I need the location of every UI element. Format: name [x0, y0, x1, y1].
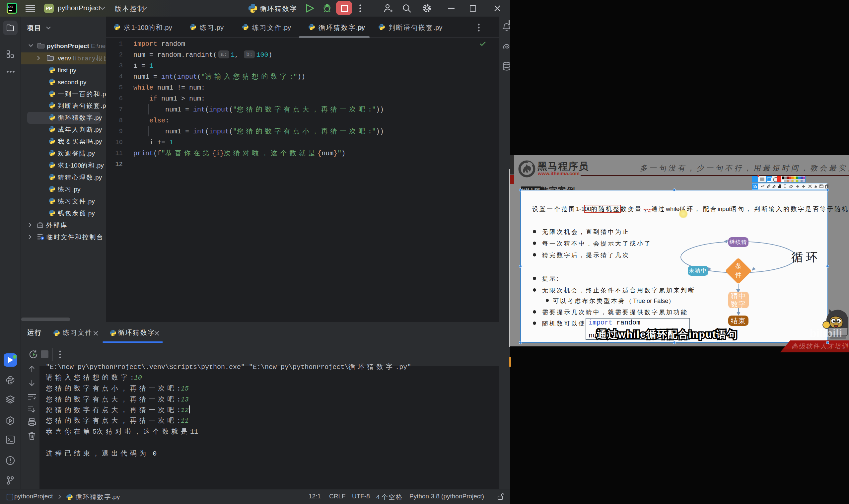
svg-text:高级软件人才培训专家: 高级软件人才培训专家	[792, 343, 849, 350]
svg-text:通过while循环配合input语句: 通过while循环配合input语句	[597, 329, 738, 340]
svg-text:PC: PC	[8, 5, 13, 9]
